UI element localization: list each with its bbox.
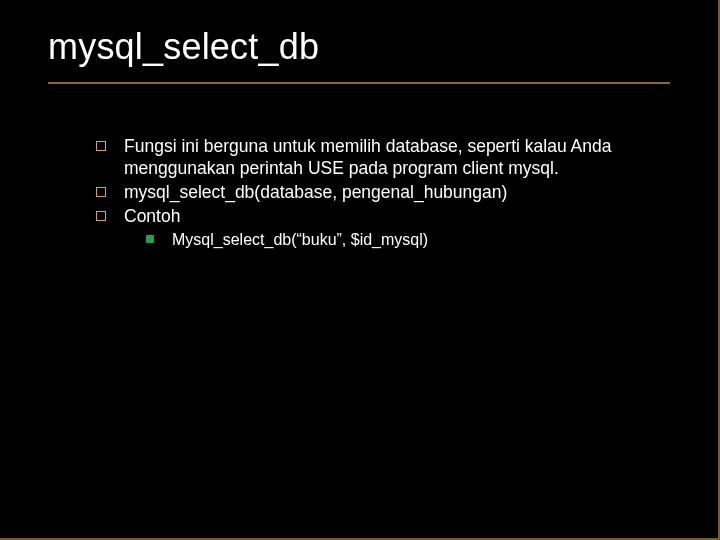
list-item-text: Fungsi ini berguna untuk memilih databas…	[124, 136, 611, 178]
square-bullet-icon	[96, 187, 106, 197]
list-item: mysql_select_db(database, pengenal_hubun…	[88, 182, 678, 204]
slide: mysql_select_db Fungsi ini berguna untuk…	[0, 0, 720, 540]
slide-title: mysql_select_db	[48, 26, 670, 68]
content-block: Fungsi ini berguna untuk memilih databas…	[88, 136, 678, 250]
list-subitem-text: Mysql_select_db(“buku”, $id_mysql)	[172, 231, 428, 248]
list-subitem: Mysql_select_db(“buku”, $id_mysql)	[88, 230, 678, 250]
title-block: mysql_select_db	[48, 26, 670, 84]
list-item-text: Contoh	[124, 206, 180, 226]
square-bullet-icon	[96, 141, 106, 151]
list-item-text: mysql_select_db(database, pengenal_hubun…	[124, 182, 507, 202]
title-underline	[48, 82, 670, 84]
solid-square-bullet-icon	[146, 235, 154, 243]
list-item: Fungsi ini berguna untuk memilih databas…	[88, 136, 678, 180]
square-bullet-icon	[96, 211, 106, 221]
list-item: Contoh	[88, 206, 678, 228]
